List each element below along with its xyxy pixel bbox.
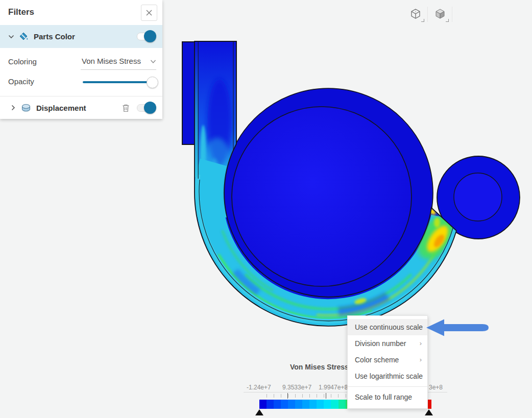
menu-item[interactable]: Use logarithmic scale xyxy=(348,368,427,384)
legend-tick xyxy=(302,394,303,398)
legend-axis-label: -1.24e+7 xyxy=(247,384,271,391)
slider-knob[interactable] xyxy=(147,77,158,88)
legend-tick xyxy=(346,394,346,398)
displacement-toggle[interactable] xyxy=(137,104,155,112)
trash-icon[interactable] xyxy=(122,104,130,112)
menu-item[interactable]: Color scheme xyxy=(348,352,427,368)
legend-tick xyxy=(309,394,310,398)
coloring-select-value: Von Mises Stress xyxy=(82,57,141,65)
legend-tick xyxy=(288,394,288,398)
menu-item[interactable]: Division number xyxy=(348,335,427,352)
colorbar-cell xyxy=(295,400,302,409)
legend-tick xyxy=(281,394,281,398)
toggle-knob xyxy=(144,102,156,114)
colorbar-cell xyxy=(317,400,324,409)
section-label: Displacement xyxy=(36,104,86,112)
solid-view-button[interactable] xyxy=(428,4,452,24)
opacity-slider[interactable] xyxy=(82,75,156,90)
legend-major-tick xyxy=(326,393,326,399)
colorbar-cell xyxy=(288,400,295,409)
legend-axis-label: 9.3533e+7 xyxy=(282,384,311,391)
colorbar-cell xyxy=(259,400,267,409)
close-icon xyxy=(146,10,152,16)
colorbar-cell xyxy=(274,400,281,409)
legend-axis-label: 3e+8 xyxy=(429,384,443,391)
opacity-label: Opacity xyxy=(8,77,34,86)
parts-color-section[interactable]: Parts Color xyxy=(0,25,162,48)
colorbar-cell xyxy=(309,400,317,409)
menu-separator xyxy=(348,386,427,387)
coloring-select[interactable]: Von Mises Stress xyxy=(81,54,156,70)
legend-tick xyxy=(331,394,331,398)
wireframe-cube-icon xyxy=(409,8,422,21)
filters-panel-header: Filters xyxy=(0,0,162,25)
colorbar-cell xyxy=(267,400,274,409)
perspective-view-button[interactable] xyxy=(403,4,427,24)
app-window: Filters Parts Color Coloring Von Mises S… xyxy=(0,0,532,418)
min-range-marker[interactable] xyxy=(255,409,263,415)
dropdown-corner-icon xyxy=(421,19,424,22)
colorbar-cell xyxy=(324,400,331,409)
menu-item[interactable]: Scale to full range xyxy=(348,389,427,405)
dropdown-corner-icon xyxy=(446,19,449,22)
colorbar-cell xyxy=(281,400,288,409)
legend-major-tick xyxy=(287,393,288,399)
chevron-down-icon xyxy=(150,59,156,64)
legend-tick xyxy=(317,394,317,398)
legend-tick xyxy=(338,394,338,398)
legend-tick xyxy=(274,394,274,398)
displacement-section[interactable]: Displacement xyxy=(0,96,162,119)
legend-title: Von Mises Stress xyxy=(290,363,349,371)
colorbar-cell xyxy=(338,400,346,409)
legend-context-menu: Use continuous scaleDivision numberColor… xyxy=(347,315,428,409)
panel-title: Filters xyxy=(8,7,34,17)
slider-track xyxy=(83,81,152,83)
toolbar-separator xyxy=(452,7,452,22)
legend-tick xyxy=(324,394,324,398)
filters-panel: Filters Parts Color Coloring Von Mises S… xyxy=(0,0,162,119)
parts-color-toggle[interactable] xyxy=(137,33,155,40)
max-range-marker[interactable] xyxy=(425,409,433,415)
cylinder-icon xyxy=(21,103,31,113)
section-label: Parts Color xyxy=(34,32,75,41)
paint-bucket-icon xyxy=(19,32,29,41)
solid-cube-icon xyxy=(433,8,447,21)
annotation-arrow-icon xyxy=(424,317,492,338)
coloring-label: Coloring xyxy=(8,57,37,66)
colorbar-cell xyxy=(331,400,338,409)
menu-item[interactable]: Use continuous scale xyxy=(348,319,427,335)
colorbar-cell xyxy=(302,400,309,409)
toggle-knob xyxy=(144,30,156,42)
legend-axis-label: 1.9947e+8 xyxy=(319,384,348,391)
chevron-right-icon[interactable] xyxy=(10,105,16,111)
close-button[interactable] xyxy=(141,5,157,21)
legend-tick xyxy=(295,394,296,398)
view-toolbar xyxy=(403,4,452,24)
legend-tick xyxy=(267,394,267,398)
chevron-down-icon[interactable] xyxy=(8,34,14,40)
